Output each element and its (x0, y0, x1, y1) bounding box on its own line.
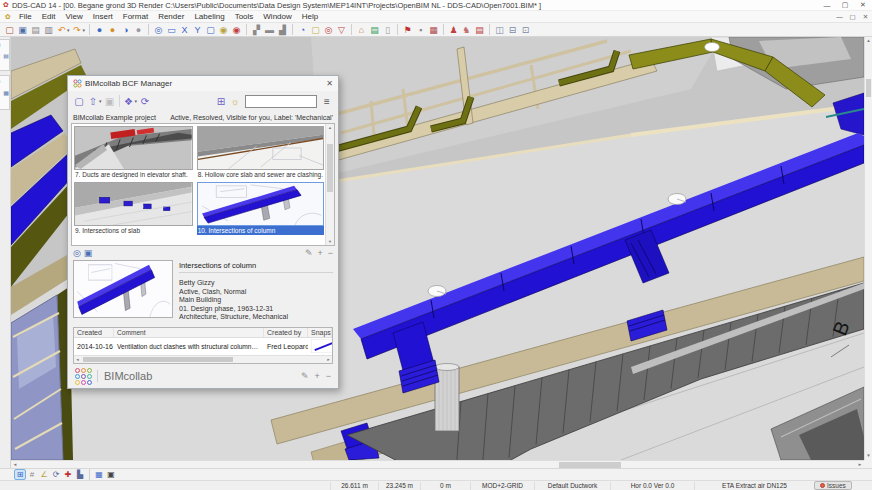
comment-row[interactable]: 2014-10-16 Ventilation duct clashes with… (74, 338, 332, 355)
issue-tile-9[interactable]: 9. Intersections of slab (74, 182, 193, 235)
issue-detail-snapshot[interactable] (73, 260, 173, 318)
issue-tile-7[interactable]: 7. Ducts are designed in elevator shaft. (74, 126, 193, 179)
remove-issue-icon[interactable]: − (328, 248, 333, 258)
vertical-scroll-thumb[interactable] (866, 79, 871, 97)
sync-icon[interactable]: ⟳ (138, 94, 152, 108)
collision-check-icon[interactable]: ▞ (250, 24, 263, 36)
mdi-close-button[interactable]: ✕ (859, 13, 872, 21)
menu-view[interactable]: View (61, 12, 88, 21)
home-view-icon[interactable]: ⌂ (355, 24, 368, 36)
camera-icon[interactable]: ▣ (105, 469, 117, 480)
menu-tools[interactable]: Tools (230, 12, 259, 21)
edit-issue-icon[interactable]: ✎ (305, 248, 313, 258)
tile-vertical-icon[interactable]: ⊟ (506, 24, 519, 36)
grid-toggle-icon[interactable]: # (26, 469, 38, 480)
issue-list-scroll-thumb[interactable] (327, 144, 333, 192)
ortho-rotate-icon[interactable]: ⟳ (50, 469, 62, 480)
person-icon[interactable]: ♟ (447, 24, 460, 36)
viewport-horizontal-scrollbar[interactable]: ◄ ► (11, 460, 864, 468)
render-hidden-line-icon[interactable]: ◑ (119, 24, 132, 36)
issue-list-scrollbar[interactable]: ▲ ▼ (325, 124, 334, 245)
scroll-down-icon[interactable]: ▼ (865, 452, 872, 460)
new-issue-icon[interactable]: ▢ (72, 94, 86, 108)
menu-edit[interactable]: Edit (37, 12, 61, 21)
footer-remove-icon[interactable]: − (326, 371, 331, 381)
issue-tile-10-selected[interactable]: 10. Intersections of column (197, 182, 324, 235)
zoom-window-icon[interactable]: ▭ (165, 24, 178, 36)
find-icon[interactable]: ◎ (322, 24, 335, 36)
print-icon[interactable]: ▥ (42, 24, 55, 36)
issue-search-input[interactable] (245, 95, 317, 108)
diagram-icon[interactable]: ◔ (296, 24, 309, 36)
render-wireframe-icon[interactable]: ● (132, 24, 145, 36)
maximize-button[interactable]: ▢ (836, 0, 854, 10)
dialog-close-icon[interactable]: ✕ (326, 79, 333, 88)
redo-icon-dropdown[interactable]: ▾ (83, 27, 86, 33)
comments-horizontal-scrollbar[interactable]: ◄ ► (74, 355, 332, 363)
render-textured-icon[interactable]: ● (106, 24, 119, 36)
minimize-button[interactable]: — (818, 0, 836, 10)
active-filter-summary[interactable]: Active, Resolved, Visible for you, Label… (170, 114, 333, 121)
menu-labeling[interactable]: Labeling (189, 12, 229, 21)
tile-horizontal-icon[interactable]: ◫ (493, 24, 506, 36)
zoom-to-issue-icon[interactable]: ◎ (73, 248, 81, 258)
undo-icon-dropdown[interactable]: ▾ (67, 27, 70, 33)
new-drawing-icon[interactable]: ▢ (3, 24, 16, 36)
render-shaded-icon[interactable]: ● (93, 24, 106, 36)
link-issue-icon[interactable]: ❖ (122, 94, 136, 108)
comments-scroll-left-icon[interactable]: ◄ (74, 356, 81, 363)
box-select-icon[interactable]: ▢ (309, 24, 322, 36)
menu-insert[interactable]: Insert (88, 12, 118, 21)
angle-snap-icon[interactable]: ∠ (38, 469, 50, 480)
walkthrough-icon[interactable]: ♞ (460, 24, 473, 36)
snap-settings-icon[interactable]: ⊞ (14, 469, 26, 480)
menu-format[interactable]: Format (118, 12, 153, 21)
flag-icon[interactable]: ⚑ (401, 24, 414, 36)
scroll-up-icon[interactable]: ▲ (865, 37, 872, 45)
filter-icon[interactable]: ▽ (335, 24, 348, 36)
open-bcf-dropdown-icon[interactable]: ▾ (99, 98, 102, 104)
apply-viewpoint-icon[interactable]: ▣ (84, 248, 93, 258)
measure-icon[interactable]: ✚ (62, 469, 74, 480)
save-bcf-icon[interactable]: ▣ (103, 94, 117, 108)
gallery-view-icon[interactable]: ⊞ (214, 94, 228, 108)
menu-render[interactable]: Render (153, 12, 189, 21)
footer-edit-icon[interactable]: ✎ (301, 371, 309, 381)
footer-add-icon[interactable]: + (314, 371, 319, 381)
view-plane-icon[interactable]: ▢ (204, 24, 217, 36)
door-tool-icon[interactable]: ▯ (381, 24, 394, 36)
issue-list-scroll-down-icon[interactable]: ▼ (326, 238, 334, 245)
issue-list-scroll-up-icon[interactable]: ▲ (326, 124, 334, 131)
statistics-icon[interactable]: ▙ (74, 469, 86, 480)
issue-tile-8[interactable]: 8. Hollow core slab and sewer are clashi… (197, 126, 324, 179)
background-image-icon[interactable]: ▦ (93, 469, 105, 480)
tab-overview[interactable]: ▦ Overview (0, 75, 10, 110)
note-icon[interactable]: ▪ (414, 24, 427, 36)
menu-file[interactable]: File (14, 12, 37, 21)
show-all-icon[interactable]: ◉ (217, 24, 230, 36)
cascade-icon[interactable]: ⊡ (519, 24, 532, 36)
comment-snapshot-thumbnail[interactable] (311, 339, 332, 353)
open-bcf-icon[interactable]: ⇧ (86, 94, 100, 108)
comments-scroll-thumb[interactable] (83, 357, 233, 362)
mdi-restore-button[interactable]: ▢ (846, 13, 859, 21)
open-icon[interactable]: ▤ (29, 24, 42, 36)
dialog-menu-icon[interactable]: ≡ (320, 94, 334, 108)
zoom-icon[interactable]: ◎ (152, 24, 165, 36)
smart-view-icon[interactable]: ☼ (228, 94, 242, 108)
close-button[interactable]: ✕ (854, 0, 872, 10)
export-icon[interactable]: ▦ (427, 24, 440, 36)
wall-tool-icon[interactable]: ▬ (263, 24, 276, 36)
comments-scroll-right-icon[interactable]: ► (325, 356, 332, 363)
menu-window[interactable]: Window (258, 12, 296, 21)
hide-objects-icon[interactable]: ◉ (230, 24, 243, 36)
mdi-minimize-button[interactable]: — (833, 13, 846, 21)
viewport-vertical-scrollbar[interactable]: ▲ ▼ (864, 37, 872, 460)
ifc-export-icon[interactable]: ▤ (473, 24, 486, 36)
add-issue-icon[interactable]: + (317, 248, 322, 258)
issues-button[interactable]: Issues (814, 481, 852, 490)
report-icon[interactable]: ▤ (368, 24, 381, 36)
component-icon[interactable]: ▟ (276, 24, 289, 36)
dialog-title-bar[interactable]: BIMcollab BCF Manager ✕ (68, 76, 338, 91)
save-icon[interactable]: ▣ (16, 24, 29, 36)
